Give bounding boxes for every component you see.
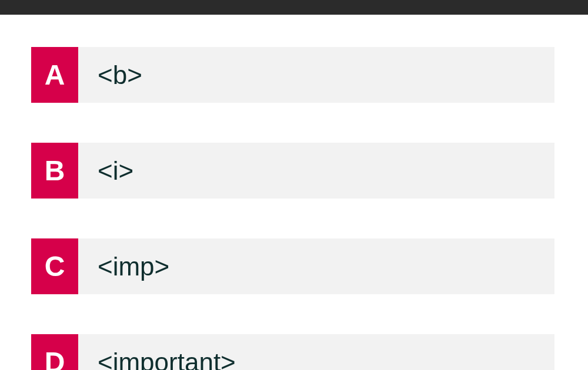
option-a[interactable]: A <b> bbox=[31, 47, 554, 103]
option-text: <i> bbox=[78, 143, 554, 199]
option-letter: C bbox=[31, 238, 78, 294]
option-c[interactable]: C <imp> bbox=[31, 238, 554, 294]
option-text: <b> bbox=[78, 47, 554, 103]
option-b[interactable]: B <i> bbox=[31, 143, 554, 199]
option-d[interactable]: D <important> bbox=[31, 334, 554, 370]
top-bar bbox=[0, 0, 588, 15]
option-letter: A bbox=[31, 47, 78, 103]
option-letter: B bbox=[31, 143, 78, 199]
option-text: <important> bbox=[78, 334, 554, 370]
options-container: A <b> B <i> C <imp> D <important> bbox=[0, 15, 588, 370]
option-text: <imp> bbox=[78, 238, 554, 294]
option-letter: D bbox=[31, 334, 78, 370]
